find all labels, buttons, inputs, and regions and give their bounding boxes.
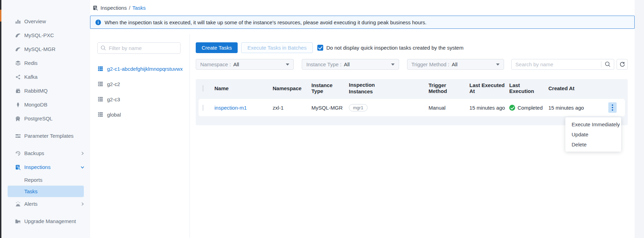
menu-item-update[interactable]: Update xyxy=(565,129,621,139)
cluster-item-label: g2-c3 xyxy=(107,96,120,102)
breadcrumb-parent[interactable]: Inspections xyxy=(100,5,127,11)
column-header-instance-type: Instance Type xyxy=(311,82,349,94)
sidebar-item-mysql-mgr[interactable]: MySQL-MGR xyxy=(1,42,90,56)
trigger-method-dropdown[interactable]: Trigger Method : All xyxy=(407,59,504,70)
cell-last-execution: Completed xyxy=(509,105,548,111)
cluster-item-g2-c1[interactable]: g2-c1-abcdefghijklmnopqrstuvwx... xyxy=(97,61,183,76)
cell-created-at: 15 minutes ago xyxy=(548,105,608,111)
caret-down-icon xyxy=(286,63,289,66)
sidebar: Overview MySQL-PXC MySQL-MGR Redis Kafka xyxy=(1,0,90,238)
info-icon xyxy=(95,19,101,25)
cluster-filter xyxy=(97,42,180,54)
search-icon[interactable] xyxy=(605,61,611,67)
sidebar-item-upgrade-management[interactable]: Upgrade Management xyxy=(1,211,90,232)
sidebar-item-label: Upgrade Management xyxy=(24,218,85,225)
right-gutter xyxy=(635,0,644,238)
cluster-panel: g2-c1-abcdefghijklmnopqrstuvwx... g2-c2 … xyxy=(90,34,190,238)
sidebar-item-overview[interactable]: Overview xyxy=(1,15,90,28)
sidebar-item-alerts[interactable]: Alerts xyxy=(1,197,90,211)
sidebar-item-inspections[interactable]: Inspections xyxy=(1,160,90,174)
menu-item-execute-immediately[interactable]: Execute Immediately xyxy=(565,119,621,129)
backup-clock-icon xyxy=(15,151,21,156)
sidebar-item-label: Redis xyxy=(24,60,85,67)
table-row: inspection-m1 zxl-1 MySQL-MGR mgr1 Manua… xyxy=(199,99,625,116)
sidebar-item-kafka[interactable]: Kafka xyxy=(1,70,90,84)
node-graph-icon xyxy=(15,74,21,80)
sidebar-subitem-label: Tasks xyxy=(24,188,37,194)
folder-gear-icon xyxy=(15,219,21,224)
sidebar-subitem-tasks[interactable]: Tasks xyxy=(8,186,84,197)
breadcrumb-separator: / xyxy=(129,5,130,11)
sidebar-item-label: Alerts xyxy=(24,201,80,207)
cell-namespace: zxl-1 xyxy=(273,105,311,111)
dropdown-value: All xyxy=(344,61,350,67)
server-rack-icon xyxy=(97,66,104,72)
cluster-item-global[interactable]: global xyxy=(97,107,183,122)
table-header: Name Namespace Instance Type Inspection … xyxy=(199,79,625,97)
execute-batches-button[interactable]: Execute Tasks in Batches xyxy=(241,42,313,53)
info-banner: When the inspection task is executed, it… xyxy=(90,16,635,29)
select-all-checkbox[interactable] xyxy=(203,85,203,92)
caret-down-icon xyxy=(391,63,395,66)
row-actions-menu: Execute Immediately Update Delete xyxy=(565,117,621,152)
sidebar-item-postgresql[interactable]: PostgreSQL xyxy=(1,112,90,126)
column-header-trigger-method: Trigger Method xyxy=(429,82,469,94)
row-actions-button[interactable] xyxy=(608,102,617,113)
sidebar-item-label: Inspections xyxy=(24,164,80,171)
sidebar-item-label: MongoDB xyxy=(24,101,85,108)
search-by-name xyxy=(511,59,615,70)
checkbox-label: Do not display quick inspection tasks cr… xyxy=(326,45,464,51)
search-input[interactable] xyxy=(511,59,615,70)
elephant-icon xyxy=(15,116,21,122)
instance-pill: mgr1 xyxy=(349,104,368,111)
accent-orange-segment xyxy=(0,10,1,22)
cell-instance-type: MySQL-MGR xyxy=(311,105,349,111)
sidebar-item-label: PostgreSQL xyxy=(24,115,85,122)
sidebar-item-label: Overview xyxy=(24,18,85,25)
menu-item-delete[interactable]: Delete xyxy=(565,139,621,150)
checkbox-checked-icon[interactable] xyxy=(317,45,323,51)
sidebar-item-redis[interactable]: Redis xyxy=(1,56,90,70)
sidebar-item-label: Kafka xyxy=(24,74,85,80)
namespace-dropdown[interactable]: Namespace : All xyxy=(196,59,294,70)
layers-icon xyxy=(15,60,21,66)
dropdown-value: All xyxy=(233,61,239,67)
bar-chart-icon xyxy=(15,19,21,25)
filters-row: Namespace : All Instance Type : All Trig… xyxy=(196,59,628,70)
sidebar-item-label: MySQL-PXC xyxy=(24,32,85,39)
sidebar-item-mysql-pxc[interactable]: MySQL-PXC xyxy=(1,28,90,42)
row-checkbox[interactable] xyxy=(203,105,203,111)
status-text: Completed xyxy=(518,105,543,111)
alarm-icon xyxy=(15,201,21,207)
sidebar-item-rabbitmq[interactable]: RabbitMQ xyxy=(1,84,90,98)
column-header-namespace: Namespace xyxy=(273,85,311,91)
sidebar-subitem-reports[interactable]: Reports xyxy=(1,174,90,186)
cell-trigger-method: Manual xyxy=(429,105,469,111)
cluster-item-label: g2-c2 xyxy=(107,81,120,87)
sidebar-item-parameter-templates[interactable]: Parameter Templates xyxy=(1,126,90,146)
dolphin-icon xyxy=(15,33,21,39)
content-row: g2-c1-abcdefghijklmnopqrstuvwx... g2-c2 … xyxy=(90,34,635,238)
cluster-item-g2-c3[interactable]: g2-c3 xyxy=(97,92,183,107)
column-header-inspection-instances: Inspection Instances xyxy=(349,82,379,95)
hide-system-tasks-checkbox[interactable]: Do not display quick inspection tasks cr… xyxy=(317,45,464,51)
dropdown-value: All xyxy=(452,61,458,67)
breadcrumb-current[interactable]: Tasks xyxy=(132,5,145,11)
column-header-last-executed-at: Last Executed At xyxy=(469,82,509,94)
create-tasks-button[interactable]: Create Tasks xyxy=(196,42,238,53)
search-icon xyxy=(100,45,106,51)
left-accent-strip xyxy=(0,0,1,238)
cluster-item-g2-c2[interactable]: g2-c2 xyxy=(97,76,183,92)
sliders-icon xyxy=(15,133,21,139)
success-check-icon xyxy=(509,105,515,111)
cluster-filter-input[interactable] xyxy=(97,42,180,54)
dropdown-label: Namespace : xyxy=(200,61,231,67)
info-banner-text: When the inspection task is executed, it… xyxy=(105,19,426,25)
task-name-link[interactable]: inspection-m1 xyxy=(214,105,247,111)
refresh-button[interactable] xyxy=(617,59,628,70)
app-window: Overview MySQL-PXC MySQL-MGR Redis Kafka xyxy=(0,0,644,238)
instance-type-dropdown[interactable]: Instance Type : All xyxy=(302,59,399,70)
sidebar-item-mongodb[interactable]: MongoDB xyxy=(1,98,90,112)
sidebar-item-label: RabbitMQ xyxy=(24,87,85,94)
sidebar-item-backups[interactable]: Backups xyxy=(1,146,90,160)
